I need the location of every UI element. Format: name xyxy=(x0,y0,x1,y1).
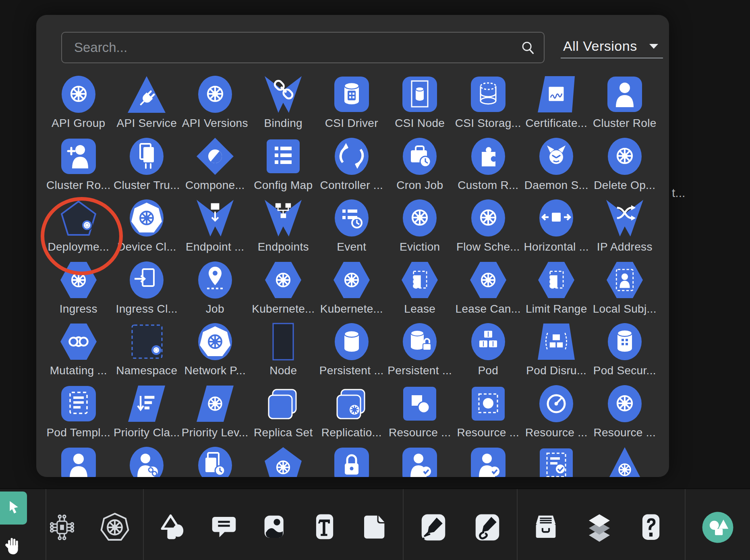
grid-item[interactable]: API Service xyxy=(113,75,181,137)
wheel-icon xyxy=(469,199,508,238)
grid-item[interactable]: Limit Range xyxy=(522,260,591,322)
grid-item[interactable]: API Versions xyxy=(181,75,249,137)
grid-item[interactable]: Job xyxy=(181,260,249,322)
dashed-box-icon xyxy=(59,385,98,423)
grid-item[interactable]: Delete Op... xyxy=(590,137,659,199)
grid-item[interactable]: Lease Can... xyxy=(454,260,522,322)
grid-item-label: Lease Can... xyxy=(456,303,521,315)
grid-item[interactable]: Cluster Ro... xyxy=(44,137,113,199)
grid-item[interactable]: Device Cl... xyxy=(113,198,181,260)
grid-item-label: Custom R... xyxy=(458,179,518,192)
grid-item[interactable] xyxy=(249,446,318,477)
grid-item[interactable]: Resource ... xyxy=(454,384,522,446)
grid-item[interactable]: Pod Templ... xyxy=(44,384,113,446)
grid-item-label: Controller ... xyxy=(320,179,383,192)
grid-item[interactable]: Cluster Tru... xyxy=(113,137,181,199)
grid-item[interactable] xyxy=(590,446,659,477)
grid-item[interactable]: Daemon S... xyxy=(522,137,591,199)
grid-item[interactable]: Kubernete... xyxy=(249,260,318,322)
diagram-tool[interactable] xyxy=(43,508,81,547)
grid-item[interactable] xyxy=(317,446,386,477)
grid-item[interactable]: Config Map xyxy=(249,137,318,199)
pan-tool[interactable] xyxy=(0,532,28,560)
grid-item[interactable]: Ingress xyxy=(44,260,113,322)
grid-item[interactable]: Resource ... xyxy=(522,384,591,446)
grid-item[interactable]: Replicatio... xyxy=(317,384,386,446)
help-tool[interactable] xyxy=(632,508,670,547)
grid-item-label: Replicatio... xyxy=(321,426,382,439)
shapes-tool[interactable] xyxy=(154,508,193,547)
search-icon xyxy=(519,38,537,57)
grid-item[interactable]: Endpoint ... xyxy=(181,198,249,260)
grid-item[interactable] xyxy=(44,446,113,477)
grid-item[interactable]: Certificate... xyxy=(522,75,591,137)
hand-icon xyxy=(1,533,26,560)
grid-item[interactable]: Pod Disru... xyxy=(522,322,591,384)
cylinder-icon xyxy=(332,323,371,361)
grid-item[interactable]: Compone... xyxy=(181,137,249,199)
grid-item[interactable]: IP Address xyxy=(590,198,659,260)
comment-tool[interactable] xyxy=(205,508,243,547)
grid-item[interactable]: CSI Driver xyxy=(317,75,386,137)
grid-item[interactable] xyxy=(386,446,454,477)
connector-tool[interactable] xyxy=(414,508,453,547)
grid-item[interactable] xyxy=(454,446,522,477)
grid-item[interactable]: Namespace xyxy=(113,322,181,384)
version-filter-dropdown[interactable]: All Versions xyxy=(561,34,663,58)
toolbar-divider xyxy=(517,489,518,560)
note-tool[interactable] xyxy=(355,508,394,547)
grid-item[interactable]: Resource ... xyxy=(386,384,454,446)
grid-item[interactable]: Node xyxy=(249,322,318,384)
grid-item[interactable] xyxy=(113,446,181,477)
grid-item[interactable]: Pod xyxy=(454,322,522,384)
grid-item-label: IP Address xyxy=(597,241,653,253)
grid-item[interactable]: Network P... xyxy=(181,322,249,384)
grid-item[interactable]: Ingress Cl... xyxy=(113,260,181,322)
grid-item[interactable]: Controller ... xyxy=(317,137,386,199)
grid-item[interactable]: Eviction xyxy=(386,198,454,260)
grid-item[interactable]: Binding xyxy=(249,75,318,137)
grid-item[interactable]: Custom R... xyxy=(454,137,522,199)
kubernetes-library-tool[interactable] xyxy=(95,508,134,547)
grid-item[interactable]: Persistent ... xyxy=(317,322,386,384)
toolbar-divider xyxy=(143,489,144,560)
arrow-list-icon xyxy=(127,385,166,423)
grid-item[interactable]: CSI Storag... xyxy=(454,75,522,137)
sticky-note-icon xyxy=(359,512,390,543)
grid-item[interactable]: Pod Secur... xyxy=(590,322,659,384)
search-input[interactable] xyxy=(62,33,544,62)
plug-icon xyxy=(127,75,166,114)
library-button[interactable] xyxy=(698,508,737,547)
grid-item[interactable]: Horizontal ... xyxy=(522,198,591,260)
grid-item[interactable]: Cluster Role xyxy=(590,75,659,137)
grid-item[interactable] xyxy=(522,446,591,477)
grid-item[interactable]: Priority Cla... xyxy=(113,384,181,446)
archive-tool[interactable] xyxy=(526,508,565,547)
draw-tool[interactable] xyxy=(468,508,507,547)
grid-item-label: Lease xyxy=(404,303,435,315)
grid-item[interactable]: Local Subj... xyxy=(590,260,659,322)
grid-item[interactable]: Cron Job xyxy=(386,137,454,199)
grid-item[interactable]: API Group xyxy=(44,75,113,137)
grid-item[interactable]: Replica Set xyxy=(249,384,318,446)
grid-item[interactable] xyxy=(181,446,249,477)
grid-item[interactable]: Event xyxy=(317,198,386,260)
grid-item[interactable]: Persistent ... xyxy=(386,322,454,384)
grid-item[interactable]: Mutating ... xyxy=(44,322,113,384)
grid-item[interactable]: Priority Lev... xyxy=(181,384,249,446)
k8s-logo-icon xyxy=(127,199,166,238)
text-tool[interactable] xyxy=(305,508,344,547)
select-tool[interactable] xyxy=(0,492,27,525)
layers-tool[interactable] xyxy=(580,508,619,547)
image-tool[interactable] xyxy=(255,508,294,547)
grid-item-label: CSI Node xyxy=(395,117,445,130)
grid-item[interactable]: Flow Sche... xyxy=(454,198,522,260)
grid-item[interactable]: CSI Node xyxy=(386,75,454,137)
boxes-bracket-icon xyxy=(537,323,576,361)
grid-item[interactable]: Kubernete... xyxy=(317,260,386,322)
grid-item[interactable]: Resource ... xyxy=(590,384,659,446)
grid-item[interactable]: Lease xyxy=(386,260,454,322)
grid-item-label: Config Map xyxy=(254,179,313,192)
grid-item[interactable]: Deployme... xyxy=(44,198,113,260)
grid-item[interactable]: Endpoints xyxy=(249,198,318,260)
